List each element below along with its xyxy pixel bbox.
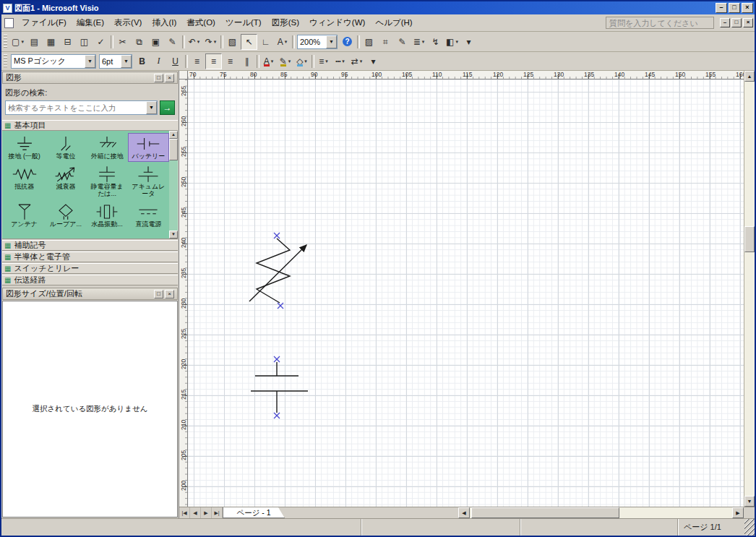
stencil-shape[interactable]: アキュムレータ [128,163,169,199]
menu-item[interactable]: 図形(S) [267,15,304,30]
line-color-icon[interactable]: ✎▾ [277,53,293,69]
panel-float-button[interactable]: □ [154,74,163,82]
paste-icon[interactable]: ▣▾ [147,34,164,50]
horizontal-ruler[interactable]: 70 75 80 85 90 95 100 105 [188,71,744,80]
scrollbar-thumb[interactable] [744,226,755,252]
scrollbar-thumb[interactable] [471,507,619,518]
image-icon[interactable]: ▨▾ [361,34,377,50]
scroll-up-icon[interactable]: ▲ [744,71,755,82]
doc-close-button[interactable]: × [743,18,753,27]
line-pattern-icon[interactable]: ┅▾ [332,53,348,69]
stencil-shape[interactable]: ループア... [45,201,86,230]
page-nav-button[interactable]: |◀ [179,507,190,518]
chevron-down-icon[interactable]: ▼ [146,101,157,114]
page-tab[interactable]: ページ - 1 [223,507,285,518]
font-color-icon[interactable]: A▾ [260,53,277,69]
chevron-down-icon[interactable]: ▼ [85,55,95,68]
open-icon[interactable]: ▤▾ [26,34,43,50]
align-justify-icon[interactable]: ∥▾ [239,53,255,69]
align-left-icon[interactable]: ≡▾ [189,53,205,69]
close-button[interactable]: × [742,3,753,13]
text-tool-icon[interactable]: A▾ [274,34,291,50]
redo-icon[interactable]: ↷▾ [202,34,219,50]
scroll-down-icon[interactable]: ▼ [169,231,178,239]
spelling-icon[interactable]: ✓▾ [93,34,109,50]
panel-close-button[interactable]: × [165,290,174,298]
align-right-icon[interactable]: ≡▾ [222,53,239,69]
cut-icon[interactable]: ✂▾ [114,34,131,50]
zoom-combo[interactable]: 200% ▼ [297,35,338,49]
document-icon[interactable] [4,18,14,28]
search-go-button[interactable]: → [160,100,175,115]
undo-icon[interactable]: ↶▾ [186,34,202,50]
maximize-button[interactable]: □ [729,3,740,13]
doc-restore-button[interactable]: □ [731,18,742,27]
connector-tool-icon[interactable]: ∟▾ [257,34,274,50]
fill-color-icon[interactable]: ◇▾ [293,53,310,69]
page-nav-button[interactable]: ▶| [212,507,223,518]
question-input[interactable]: 質問を入力してください [606,17,714,29]
resize-grip[interactable] [744,519,755,536]
vertical-scrollbar[interactable]: ▲ ▼ [744,71,755,507]
shape-search-input[interactable] [6,101,146,114]
stencil-shape[interactable]: バッテリー [128,133,169,162]
doc-minimize-button[interactable]: – [720,18,730,27]
line-ends-icon[interactable]: ⇄▾ [348,53,365,69]
stencil-section-header[interactable]: ▦ 基本項目 [2,120,178,131]
stencil-shape[interactable]: 抵抗器 [4,163,45,199]
scrollbar-thumb[interactable] [169,139,178,160]
toolbar-options-icon[interactable]: ▾▾ [365,53,382,69]
menu-item[interactable]: ウィンドウ(W) [304,15,370,30]
menu-item[interactable]: ファイル(F) [17,15,72,30]
toolbar-grip[interactable] [4,54,7,69]
chevron-down-icon[interactable]: ▼ [121,55,132,68]
panel-float-button[interactable]: □ [154,290,163,298]
stencil-shape[interactable]: 直流電源 [128,201,169,230]
drawing-shapes[interactable] [188,80,744,507]
menu-item[interactable]: 編集(E) [72,15,109,30]
print-preview-icon[interactable]: ◫▾ [76,34,93,50]
menu-item[interactable]: 書式(O) [181,15,220,30]
menu-item[interactable]: ツール(T) [220,15,267,30]
layers-icon[interactable]: ≣▾ [411,34,427,50]
theme-icon[interactable]: ◧▾ [444,34,460,50]
stencil-section-header[interactable]: ▦ スイッチとリレー [2,263,178,274]
chevron-down-icon[interactable]: ▼ [326,35,337,48]
scroll-right-icon[interactable]: ▶ [732,507,744,518]
stencil-section-header[interactable]: ▦ 補助記号 [2,240,178,251]
align-center-icon[interactable]: ≡▾ [205,53,222,69]
stencil-shape[interactable]: アンテナ [4,201,45,230]
format-painter-icon[interactable]: ✎▾ [164,34,181,50]
horizontal-scrollbar[interactable] [470,507,732,518]
stencil-shape[interactable]: 等電位 [45,133,86,162]
scroll-up-icon[interactable]: ▲ [169,131,178,139]
minimize-button[interactable]: – [716,3,727,13]
crop-icon[interactable]: ⌗▾ [377,34,394,50]
stencil-shape[interactable]: 外箱に接地 [87,133,128,162]
save-icon[interactable]: ▦▾ [43,34,59,50]
vertical-ruler[interactable]: 265 260 255 250 245 240 235 230 [179,80,188,507]
italic-button[interactable]: I [150,53,167,69]
font-name-combo[interactable]: MS Pゴシック ▼ [11,54,96,69]
line-weight-icon[interactable]: ≡▾ [315,53,332,69]
ink-tool-icon[interactable]: ✎▾ [394,34,411,50]
menu-item[interactable]: 表示(V) [109,15,147,30]
toolbar-options-icon[interactable]: ▾▾ [460,34,477,50]
print-icon[interactable]: ⊟▾ [59,34,76,50]
bold-button[interactable]: B [134,53,150,69]
stencil-shape[interactable]: 静電容量または... [87,163,128,199]
pointer-tool-icon[interactable]: ↖▾ [241,34,257,50]
menu-item[interactable]: ヘルプ(H) [370,15,417,30]
stencil-section-header[interactable]: ▦ 半導体と電子管 [2,252,178,262]
copy-icon[interactable]: ⧉▾ [131,34,147,50]
shapes-window-icon[interactable]: ▧▾ [224,34,241,50]
action-icon[interactable]: ↯▾ [427,34,444,50]
stencil-section-header[interactable]: ▦ 伝送経路 [2,275,178,285]
stencil-shape[interactable]: 水晶振動... [87,201,128,230]
stencil-scrollbar[interactable]: ▲ ▼ [169,131,178,239]
panel-close-button[interactable]: × [165,74,174,82]
scroll-down-icon[interactable]: ▼ [744,496,755,507]
help-icon[interactable]: ?▾ [339,34,356,50]
visio-app-icon[interactable]: V [3,4,12,13]
drawing-page[interactable] [188,80,744,507]
